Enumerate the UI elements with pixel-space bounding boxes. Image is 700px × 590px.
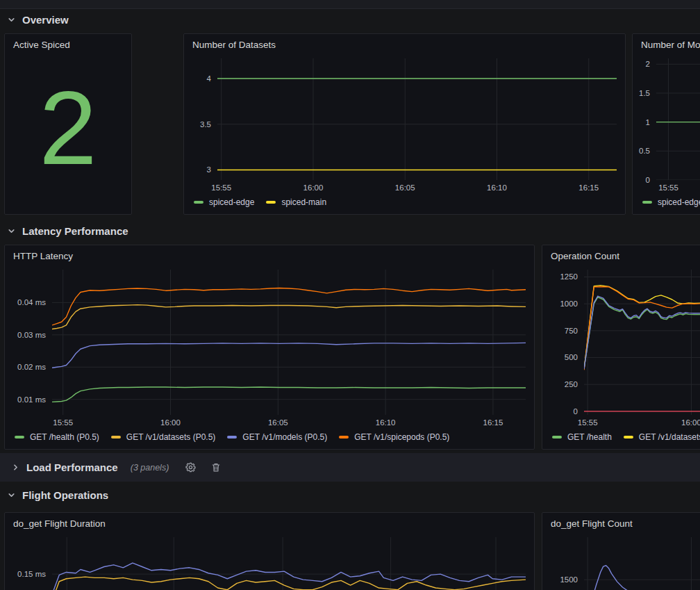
y-tick-label: 0 [646,176,650,184]
plot-area[interactable] [584,270,700,415]
chevron-down-icon [7,15,16,24]
plot-area[interactable] [52,270,526,415]
chart-legend: spiced-edgespiced-main [187,195,617,210]
panel-title[interactable]: Active Spiced [5,34,131,51]
top-bar [0,0,700,9]
y-tick-label: 0.04 ms [17,298,46,306]
panel-title[interactable]: Number of Models [633,34,700,51]
chart-legend: GET /health (P0.5)GET /v1/datasets (P0.5… [8,429,526,445]
legend-item[interactable]: GET /health (P0.5) [15,432,99,442]
chart-body: 43.53 [187,58,617,180]
legend-swatch [552,436,562,439]
y-tick-label: 2 [646,60,650,68]
section-header-latency-performance[interactable]: Latency Performance [7,222,128,239]
y-tick-label: 4 [207,74,211,83]
x-tick-label: 15:55 [53,418,73,427]
panel-title[interactable]: HTTP Latency [5,245,534,263]
panel-number-of-models: Number of Models 21.510.5015:55spiced-ed… [632,33,700,215]
x-tick-label: 16:05 [268,418,288,427]
x-tick-label: 16:10 [487,183,507,192]
plot-area[interactable] [656,58,700,180]
x-tick-label: 16:00 [303,183,324,192]
legend-item[interactable]: GET /v1/models (P0.5) [227,432,327,442]
section-header-load-performance[interactable]: Load Performance (3 panels) [0,453,700,482]
x-tick-label: 15:55 [578,418,598,427]
legend-swatch [111,436,121,439]
y-axis: 0.15 ms [8,537,52,590]
chart-body: 0.15 ms [8,537,526,590]
section-title: Flight Operations [22,489,108,501]
chart-legend: GET /healthGET /v1/datasets [545,429,700,445]
y-axis: 21.510.50 [635,58,656,180]
panel-active-spiced: Active Spiced 2 [4,33,132,215]
x-tick-label: 15:55 [658,183,678,192]
y-tick-label: 0.5 [639,147,650,155]
flight-count-chart: 1500 [542,530,700,590]
gear-icon[interactable] [185,462,196,473]
y-tick-label: 0.01 ms [17,395,46,404]
y-axis: 125010007505002500 [545,270,584,415]
y-axis: 43.53 [187,58,217,180]
http-latency-chart: 0.04 ms0.03 ms0.02 ms0.01 ms15:5516:0016… [5,263,534,449]
chart-legend: spiced-edge [635,195,700,210]
y-axis: 1500 [545,537,584,590]
legend-swatch [15,436,24,439]
panel-count-note: (3 panels) [131,463,169,473]
flight-duration-chart: 0.15 ms [5,530,534,590]
chevron-down-icon [7,491,16,500]
legend-swatch [339,436,349,439]
section-title: Overview [22,14,69,26]
legend-swatch [194,201,203,204]
y-tick-label: 1000 [560,300,578,308]
panel-number-of-datasets: Number of Datasets 43.5315:5516:0016:051… [183,33,626,215]
chart-body: 1500 [545,537,700,590]
x-tick-label: 16:15 [483,418,503,427]
x-axis: 15:5516:0016:0516:1016:15 [217,182,617,195]
legend-item[interactable]: GET /health [552,432,612,442]
panel-title[interactable]: Number of Datasets [184,34,625,51]
legend-item[interactable]: GET /v1/datasets [624,432,700,442]
legend-swatch [227,436,237,439]
legend-item[interactable]: spiced-edge [642,197,700,207]
legend-swatch [642,201,652,204]
plot-area[interactable] [52,537,526,590]
x-axis: 15:5516:0016:0516:1016:15 [52,417,526,429]
x-axis: 15:5516:00 [584,417,700,429]
section-header-flight-operations[interactable]: Flight Operations [7,486,108,503]
section-header-overview[interactable]: Overview [7,11,69,28]
plot-area[interactable] [217,58,617,180]
y-tick-label: 500 [565,353,578,361]
legend-item[interactable]: spiced-edge [194,197,254,207]
panel-title[interactable]: do_get Flight Duration [5,513,534,530]
chevron-right-icon [11,463,20,472]
y-tick-label: 250 [565,380,578,388]
x-tick-label: 16:05 [395,183,415,192]
stat-value: 2 [5,51,131,214]
section-title: Latency Performance [22,225,128,237]
chart-body: 125010007505002500 [545,270,700,415]
panel-flight-count: do_get Flight Count 1500 [542,512,700,590]
y-tick-label: 1250 [560,272,578,281]
operation-count-chart: 12501000750500250015:5516:00GET /healthG… [542,263,700,449]
y-tick-label: 3 [207,165,211,174]
legend-item[interactable]: spiced-main [266,197,326,207]
section-title: Load Performance [26,461,118,473]
panel-title[interactable]: do_get Flight Count [542,513,700,530]
x-tick-label: 15:55 [211,183,231,192]
panel-operation-count: Operation Count 12501000750500250015:551… [542,245,700,450]
panel-title[interactable]: Operation Count [542,245,700,263]
legend-item[interactable]: GET /v1/datasets (P0.5) [111,432,216,442]
legend-swatch [266,201,276,204]
y-tick-label: 0 [574,407,578,416]
plot-area[interactable] [584,537,700,590]
trash-icon[interactable] [211,462,221,473]
y-tick-label: 0.02 ms [17,363,46,371]
chart-body: 21.510.50 [635,58,700,180]
y-axis: 0.04 ms0.03 ms0.02 ms0.01 ms [8,270,52,415]
y-tick-label: 0.15 ms [17,570,46,578]
y-tick-label: 3.5 [200,120,211,129]
y-tick-label: 1.5 [639,89,650,97]
y-tick-label: 750 [565,327,578,335]
legend-item[interactable]: GET /v1/spicepods (P0.5) [339,432,449,442]
y-tick-label: 1 [646,118,650,126]
